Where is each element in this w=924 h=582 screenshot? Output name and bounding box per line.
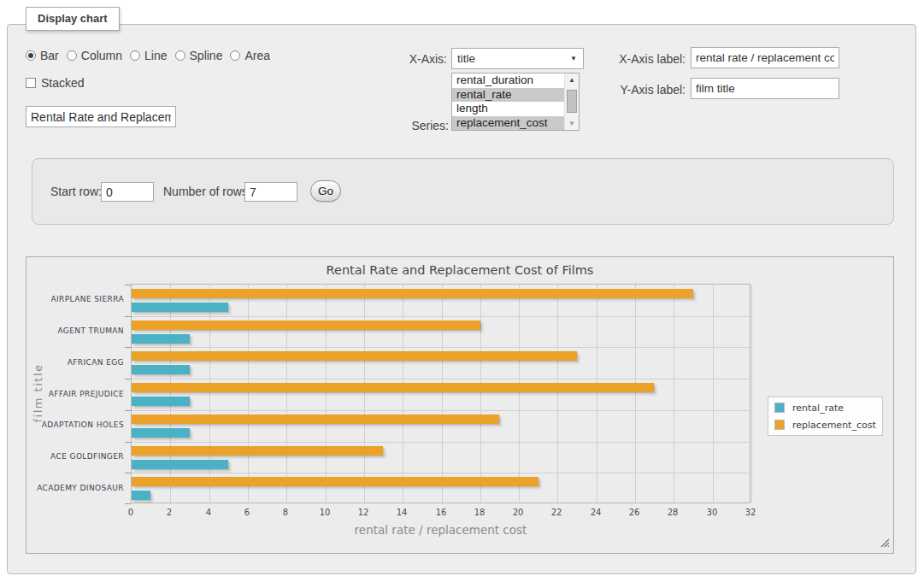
- x-axis-tick-label: 28: [660, 508, 686, 517]
- bar-rental_rate: [132, 491, 150, 500]
- num-rows-input[interactable]: [244, 182, 297, 202]
- chart-type-radio-column[interactable]: Column: [67, 49, 122, 62]
- chart-x-axis-label: rental rate / replacement cost: [131, 523, 750, 537]
- series-option-length[interactable]: length: [452, 102, 564, 116]
- series-option-rental_duration[interactable]: rental_duration: [452, 73, 564, 88]
- go-button[interactable]: Go: [310, 180, 341, 202]
- radio-icon[interactable]: [26, 50, 36, 61]
- radio-label: Column: [81, 49, 122, 62]
- y-axis-tick-label: AIRPLANE SIERRA: [32, 295, 124, 304]
- y-axis-label-input[interactable]: [691, 78, 839, 99]
- bar-rental_rate: [132, 365, 190, 374]
- y-axis-tick-label: AGENT TRUMAN: [32, 326, 124, 336]
- chart-panel: Rental Rate and Replacement Cost of Film…: [26, 256, 894, 554]
- chart-title: Rental Rate and Replacement Cost of Film…: [26, 263, 893, 277]
- bar-replacement_cost: [132, 320, 480, 330]
- series-option-rental_rate[interactable]: rental_rate: [452, 88, 564, 103]
- bar-replacement_cost: [132, 351, 577, 361]
- legend-entry-rental_rate: rental_rate: [770, 399, 880, 416]
- gridline: [442, 285, 443, 503]
- bar-replacement_cost: [132, 477, 539, 486]
- x-axis-tick-label: 18: [467, 508, 492, 517]
- gridline: [209, 285, 210, 503]
- y-axis-label-label: Y-Axis label:: [598, 83, 686, 97]
- gridline: [557, 285, 558, 503]
- x-axis-tick-label: 10: [312, 508, 338, 517]
- gridline: [480, 285, 481, 503]
- gridline: [132, 410, 750, 411]
- x-axis-select[interactable]: title ▼: [451, 48, 584, 69]
- bar-replacement_cost: [132, 289, 693, 298]
- x-axis-tick-label: 30: [699, 508, 725, 517]
- chart-type-radio-bar[interactable]: Bar: [26, 49, 59, 62]
- chart-type-radio-spline[interactable]: Spline: [175, 49, 223, 62]
- legend-label: replacement_cost: [792, 420, 876, 431]
- y-axis-tick-label: ADAPTATION HOLES: [32, 420, 124, 430]
- legend-swatch: [774, 420, 785, 430]
- gridline: [132, 379, 750, 379]
- legend-swatch: [774, 403, 785, 413]
- stacked-checkbox[interactable]: [26, 78, 36, 88]
- bar-rental_rate: [132, 303, 228, 312]
- x-axis-select-label: X-Axis:: [383, 52, 447, 66]
- radio-label: Bar: [40, 49, 59, 62]
- chart-legend: rental_ratereplacement_cost: [768, 397, 883, 436]
- chart-type-radio-area[interactable]: Area: [230, 49, 270, 62]
- gridline: [519, 285, 520, 503]
- x-axis-tick-label: 22: [544, 508, 569, 517]
- gridline: [286, 285, 287, 503]
- legend-entry-replacement_cost: replacement_cost: [770, 416, 880, 433]
- series-scrollbar[interactable]: ▲ ▼: [564, 73, 579, 130]
- bar-replacement_cost: [132, 383, 654, 392]
- start-row-label: Start row:: [50, 185, 102, 198]
- y-axis-tick-label: ACADEMY DINOSAUR: [32, 484, 124, 493]
- gridline: [170, 285, 171, 503]
- x-axis-tick-label: 4: [196, 508, 221, 517]
- y-axis-tick: [125, 347, 131, 348]
- chart-type-radio-group: BarColumnLineSplineArea: [26, 49, 278, 62]
- x-axis-label-label: X-Axis label:: [598, 52, 686, 66]
- y-axis-tick: [125, 379, 131, 379]
- y-axis-tick: [125, 503, 131, 504]
- scrollbar-up-icon[interactable]: ▲: [565, 73, 579, 86]
- x-axis-tick-label: 24: [583, 508, 609, 517]
- bar-rental_rate: [132, 397, 190, 406]
- y-axis-tick: [125, 442, 131, 443]
- y-axis-tick: [125, 316, 131, 317]
- radio-icon[interactable]: [67, 50, 77, 61]
- gridline: [674, 285, 674, 503]
- series-option-replacement_cost[interactable]: replacement_cost: [452, 116, 564, 131]
- chart-type-radio-line[interactable]: Line: [130, 49, 167, 62]
- radio-icon[interactable]: [230, 50, 240, 61]
- app-window: Display chart BarColumnLineSplineArea St…: [0, 0, 924, 582]
- series-multiselect[interactable]: rental_durationrental_ratelengthreplacem…: [451, 73, 580, 131]
- resize-handle-icon[interactable]: [880, 538, 889, 547]
- row-range-panel: Start row: Number of rows: Go: [32, 158, 894, 225]
- start-row-input[interactable]: [101, 182, 154, 202]
- x-axis-tick-label: 8: [273, 508, 298, 517]
- x-axis-label-input[interactable]: [691, 47, 839, 68]
- y-axis-tick-label: AFFAIR PREJUDICE: [32, 390, 124, 399]
- x-axis-tick-label: 20: [505, 508, 531, 517]
- bar-replacement_cost: [132, 414, 499, 424]
- gridline: [713, 285, 714, 503]
- gridline: [132, 442, 750, 443]
- radio-icon[interactable]: [130, 50, 140, 61]
- x-axis-tick-label: 2: [156, 508, 182, 517]
- gridline: [132, 316, 750, 317]
- y-axis-tick: [125, 473, 131, 473]
- gridline: [132, 473, 750, 473]
- radio-label: Spline: [190, 49, 223, 62]
- chart-title-input[interactable]: [26, 106, 176, 127]
- series-list-label: Series:: [383, 119, 449, 132]
- y-axis-tick: [125, 285, 131, 285]
- gridline: [635, 285, 636, 503]
- radio-icon[interactable]: [175, 50, 185, 61]
- select-dropdown-arrow-icon: ▼: [570, 55, 583, 62]
- num-rows-label: Number of rows:: [163, 185, 251, 198]
- x-axis-tick-label: 16: [428, 508, 454, 517]
- scrollbar-down-icon[interactable]: ▼: [565, 117, 579, 130]
- stacked-checkbox-row[interactable]: Stacked: [26, 76, 85, 90]
- series-options: rental_durationrental_ratelengthreplacem…: [452, 73, 564, 130]
- scrollbar-thumb[interactable]: [567, 90, 577, 113]
